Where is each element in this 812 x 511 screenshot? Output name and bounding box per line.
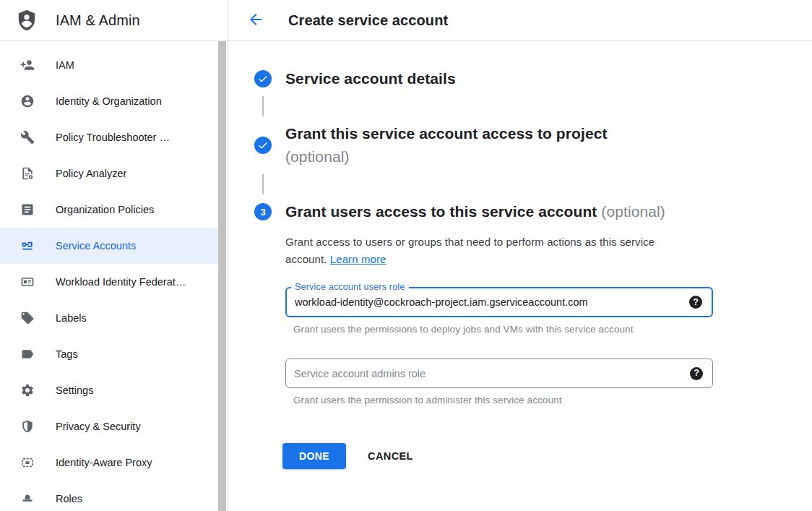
arrow-back-icon: [247, 11, 264, 30]
service-account-admins-role-input[interactable]: [286, 359, 712, 387]
doc-gear-icon: [20, 166, 35, 181]
sidebar-item-label: IAM: [56, 59, 74, 71]
page-title: Create service account: [288, 12, 448, 29]
main-area: Create service account Service account d…: [228, 0, 812, 511]
sidebar-item-settings[interactable]: Settings: [0, 372, 219, 408]
step-grant-access-to-project: Grant this service account access to pro…: [254, 122, 812, 168]
article-icon: [20, 202, 35, 217]
sidebar-item-label: Privacy & Security: [56, 421, 141, 432]
app-window: IAM & Admin IAMIdentity & OrganizationPo…: [0, 0, 812, 511]
hat-icon: [20, 491, 35, 506]
sidebar-item-workload-identity-federat[interactable]: Workload Identity Federat…: [0, 264, 219, 300]
sidebar-item-label: Labels: [56, 312, 87, 324]
users-role-helper-text: Grant users the permissions to deploy jo…: [285, 324, 812, 335]
service-account-admins-role-field: ?: [285, 358, 713, 388]
step-1-title: Service account details: [285, 67, 456, 90]
form-actions: DONE CANCEL: [282, 443, 812, 469]
help-icon[interactable]: ?: [690, 367, 703, 380]
gear-icon: [20, 383, 35, 398]
label-arrow-icon: [20, 347, 35, 361]
step-3-title: Grant users access to this service accou…: [285, 200, 665, 223]
step-grant-users-access: 3 Grant users access to this service acc…: [254, 200, 812, 223]
step-connector: [262, 96, 264, 116]
person-circle-icon: [20, 94, 35, 108]
tag-icon: [20, 311, 35, 325]
sidebar: IAM & Admin IAMIdentity & OrganizationPo…: [0, 0, 228, 511]
sidebar-item-label: Organization Policies: [56, 204, 154, 215]
badge-card-icon: [20, 275, 35, 289]
learn-more-link[interactable]: Learn more: [330, 253, 386, 265]
field-floating-label: Service account users role: [291, 282, 409, 292]
step-3-description: Grant access to users or groups that nee…: [285, 233, 686, 268]
sidebar-item-label: Roles: [56, 493, 82, 504]
step-2-check-icon: [254, 137, 272, 154]
sidebar-item-service-accounts[interactable]: Service Accounts: [0, 228, 219, 264]
service-account-users-role-field: Service account users role ?: [285, 287, 713, 317]
sidebar-item-policy-analyzer[interactable]: Policy Analyzer: [0, 155, 219, 192]
done-button[interactable]: DONE: [282, 443, 346, 469]
step-3-number-badge: 3: [254, 203, 272, 220]
step-2-title: Grant this service account access to pro…: [285, 122, 608, 168]
sidebar-item-label: Policy Troubleshooter …: [56, 132, 170, 143]
cancel-button[interactable]: CANCEL: [368, 450, 413, 462]
step-3-optional-label: (optional): [601, 203, 665, 220]
step-connector: [262, 174, 264, 194]
sidebar-scrollbar[interactable]: [218, 41, 226, 511]
product-title: IAM & Admin: [56, 12, 140, 29]
service-account-users-role-input[interactable]: [287, 288, 712, 316]
step-2-optional-label: (optional): [285, 145, 608, 168]
sidebar-item-labels[interactable]: Labels: [0, 300, 219, 336]
sidebar-item-label: Identity & Organization: [56, 95, 162, 107]
sidebar-nav: IAMIdentity & OrganizationPolicy Trouble…: [0, 41, 228, 511]
sidebar-item-organization-policies[interactable]: Organization Policies: [0, 192, 219, 228]
help-icon[interactable]: ?: [689, 296, 702, 309]
person-add-icon: [20, 58, 35, 72]
back-button[interactable]: [247, 12, 264, 29]
admins-role-helper-text: Grant users the permission to administer…: [285, 395, 812, 405]
sidebar-item-label: Service Accounts: [56, 240, 136, 252]
sidebar-item-iam[interactable]: IAM: [0, 47, 219, 83]
sidebar-item-label: Settings: [56, 385, 93, 396]
create-service-account-form: Service account details Grant this servi…: [228, 41, 812, 469]
sidebar-item-identity-organization[interactable]: Identity & Organization: [0, 83, 219, 119]
step-1-check-icon: [254, 70, 272, 87]
service-account-key-icon: [20, 239, 35, 253]
wrench-icon: [20, 130, 35, 145]
shield-half-icon: [20, 419, 35, 434]
sidebar-item-label: Tags: [56, 348, 78, 360]
sidebar-item-label: Policy Analyzer: [56, 168, 126, 179]
sidebar-item-policy-troubleshooter[interactable]: Policy Troubleshooter …: [0, 119, 219, 155]
sidebar-item-roles[interactable]: Roles: [0, 481, 219, 511]
sidebar-item-tags[interactable]: Tags: [0, 336, 219, 372]
sidebar-header: IAM & Admin: [0, 0, 228, 41]
sidebar-item-privacy-security[interactable]: Privacy & Security: [0, 408, 219, 445]
step-service-account-details: Service account details: [254, 67, 812, 90]
page-header: Create service account: [228, 0, 812, 41]
sidebar-item-label: Workload Identity Federat…: [56, 276, 186, 288]
sidebar-item-identity-aware-proxy[interactable]: Identity-Aware Proxy: [0, 445, 219, 481]
sidebar-item-label: Identity-Aware Proxy: [56, 457, 152, 468]
proxy-grid-icon: [20, 455, 35, 470]
shield-person-icon: [14, 8, 39, 33]
